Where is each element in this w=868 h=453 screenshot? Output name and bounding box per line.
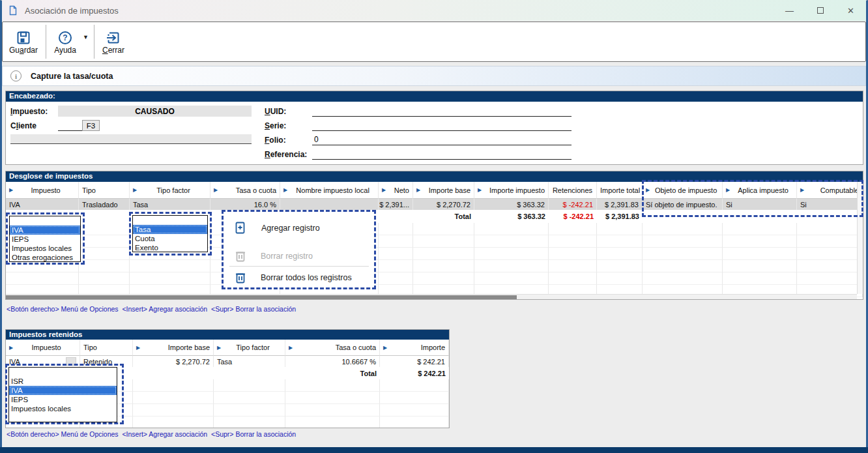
empty-cell[interactable] [79,235,130,248]
cell-retenciones[interactable]: $ -242.21 [549,199,597,210]
empty-cell[interactable] [549,235,597,248]
empty-cell[interactable] [133,404,214,416]
empty-cell[interactable] [723,235,797,248]
empty-cell[interactable] [597,235,643,248]
menu-item-add-record[interactable]: Agregar registro [235,222,320,234]
empty-cell[interactable] [797,260,863,272]
list-item[interactable]: Impuestos locales [9,404,117,413]
folio-input[interactable] [312,134,571,145]
empty-cell[interactable] [214,404,285,416]
empty-cell[interactable] [797,235,863,248]
empty-cell[interactable] [643,235,723,248]
cell-importe-impuesto[interactable]: $ 363.32 [474,199,549,210]
column-header-impuesto[interactable]: ▶Impuesto [6,340,80,356]
help-button[interactable]: ? Ayuda [48,22,83,61]
column-header-importe-impuesto[interactable]: ▶Importe impuesto [474,182,549,199]
empty-cell[interactable] [6,272,79,285]
empty-cell[interactable] [413,248,474,260]
cell-tasa-o-cuota[interactable]: 10.6667 % [285,356,380,367]
cell-importe-base[interactable]: $ 2,270.72 [413,199,474,210]
list-item[interactable]: IEPS [9,395,117,404]
empty-cell[interactable] [723,248,797,260]
cell-nombre-impuesto-local[interactable] [280,199,379,210]
empty-cell[interactable] [285,392,380,404]
empty-cell[interactable] [723,272,797,285]
column-header-tipo[interactable]: Tipo [79,182,130,199]
empty-cell[interactable] [130,260,210,272]
cliente-input[interactable] [58,120,82,131]
column-header-tasa-o-cuota[interactable]: ▶Tasa o cuota [285,340,380,356]
empty-cell[interactable] [549,248,597,260]
menu-item-delete-record[interactable]: Borrar registro [235,250,313,262]
empty-cell[interactable] [379,260,413,272]
empty-cell[interactable] [79,248,130,260]
empty-cell[interactable] [643,272,723,285]
list-item[interactable] [10,216,80,226]
empty-cell[interactable] [379,235,413,248]
empty-cell[interactable] [130,272,210,285]
empty-cell[interactable] [413,223,474,235]
column-header-retenciones[interactable]: Retenciones [549,182,597,199]
empty-cell[interactable] [597,248,643,260]
empty-cell[interactable] [379,223,413,235]
empty-cell[interactable] [380,404,449,416]
close-button[interactable]: ✕ [835,0,866,21]
save-button[interactable]: Guardar [3,22,44,61]
empty-cell[interactable] [133,379,214,392]
cell-importe[interactable]: $ 242.21 [380,356,449,367]
column-header-importe-total[interactable]: Importe total [597,182,643,199]
column-header-tipo-factor[interactable]: ▶Tipo factor [214,340,285,356]
empty-cell[interactable] [214,416,285,428]
list-item[interactable]: Impuestos locales [10,244,80,253]
empty-cell[interactable] [285,404,380,416]
empty-cell[interactable] [214,379,285,392]
cell-tipo-factor[interactable]: Tasa [214,356,285,367]
cell-importe-base[interactable]: $ 2,270.72 [133,356,214,367]
column-header-nombre-impuesto-local[interactable]: ▶Nombre impuesto local [280,182,379,199]
empty-cell[interactable] [379,272,413,285]
uuid-input[interactable] [312,106,571,117]
list-item-selected[interactable]: Tasa [133,225,207,234]
empty-cell[interactable] [643,248,723,260]
list-item[interactable] [133,216,207,225]
column-header-tipo-factor[interactable]: ▶Tipo factor [130,182,210,199]
empty-cell[interactable] [597,223,643,235]
column-header-neto[interactable]: ▶Neto [379,182,413,199]
empty-cell[interactable] [597,260,643,272]
close-window-button[interactable]: Cerrar [96,22,131,61]
cell-importe-total[interactable]: $ 2,391.83 [597,199,643,210]
cell-tipo[interactable]: Trasladado [79,199,130,210]
empty-cell[interactable] [285,379,380,392]
maximize-button[interactable] [805,0,835,21]
cell-tipo-factor[interactable]: Tasa [130,199,210,210]
column-header-importe-base[interactable]: ▶Importe base [133,340,214,356]
referencia-input[interactable] [312,149,571,160]
list-item[interactable] [9,368,117,377]
empty-cell[interactable] [723,223,797,235]
empty-cell[interactable] [133,392,214,404]
menu-item-delete-all-records[interactable]: Borrar todos los registros [235,271,352,284]
empty-cell[interactable] [643,260,723,272]
horizontal-scrollbar[interactable] [6,294,857,299]
empty-cell[interactable] [413,260,474,272]
empty-cell[interactable] [797,272,863,285]
list-item[interactable]: Otras erogaciones [10,253,80,262]
empty-cell[interactable] [474,223,549,235]
empty-cell[interactable] [797,248,863,260]
scrollbar-thumb[interactable] [6,295,517,299]
list-item-selected[interactable]: IVA [10,226,80,235]
column-header-tasa-o-cuota[interactable]: ▶Tasa o cuota [210,182,280,199]
list-item[interactable]: ISR [9,377,117,386]
empty-cell[interactable] [549,272,597,285]
minimize-button[interactable]: — [774,0,805,21]
empty-cell[interactable] [285,416,380,428]
list-item-selected[interactable]: IVA [9,386,117,395]
empty-cell[interactable] [413,272,474,285]
column-header-impuesto[interactable]: ▶Impuesto [6,182,79,199]
column-header-importe-base[interactable]: ▶Importe base [413,182,474,199]
cell-impuesto[interactable]: IVA [6,199,79,210]
list-item[interactable]: Exento [133,243,207,252]
empty-cell[interactable] [797,223,863,235]
empty-cell[interactable] [79,260,130,272]
empty-cell[interactable] [549,223,597,235]
